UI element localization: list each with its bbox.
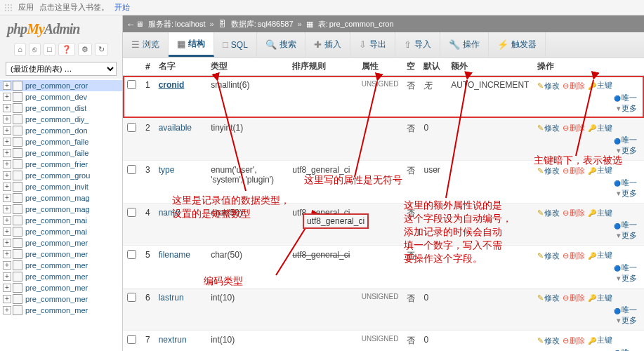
row-checkbox[interactable] xyxy=(127,80,136,89)
delete-link[interactable]: 删除 xyxy=(563,251,585,261)
col-extra[interactable]: 额外 xyxy=(447,58,533,76)
edit-link[interactable]: 修改 xyxy=(537,208,560,218)
edit-link[interactable]: 修改 xyxy=(537,166,560,176)
recent-tables-select[interactable]: (最近使用的表) … xyxy=(6,62,117,76)
primary-key-link[interactable]: 主键 xyxy=(588,208,612,218)
logout-icon[interactable]: ⎋ xyxy=(29,43,41,56)
row-checkbox[interactable] xyxy=(127,208,136,217)
crumb-database[interactable]: sql486587 xyxy=(258,20,294,28)
tree-item[interactable]: +pre_common_don xyxy=(0,125,122,136)
expand-icon[interactable]: + xyxy=(3,306,11,314)
more-link[interactable]: 更多 xyxy=(617,103,637,114)
tab-结构[interactable]: ▦结构 xyxy=(169,32,214,57)
more-link[interactable]: 更多 xyxy=(617,315,637,326)
edit-link[interactable]: 修改 xyxy=(537,81,560,91)
tree-item[interactable]: +pre_common_grou xyxy=(0,170,122,181)
field-name[interactable]: name xyxy=(155,203,207,246)
primary-key-link[interactable]: 主键 xyxy=(588,250,612,260)
tree-item[interactable]: +pre_common_mai xyxy=(0,226,122,237)
col-num[interactable]: # xyxy=(140,58,155,76)
col-collation[interactable]: 排序规则 xyxy=(288,58,357,76)
delete-link[interactable]: 删除 xyxy=(563,293,585,303)
more-link[interactable]: 更多 xyxy=(617,273,637,284)
tree-item[interactable]: +pre_common_cror xyxy=(0,80,122,91)
delete-link[interactable]: 删除 xyxy=(563,208,585,218)
expand-icon[interactable]: + xyxy=(3,93,11,101)
crumb-server[interactable]: localhost xyxy=(175,20,205,28)
row-checkbox[interactable] xyxy=(127,293,136,302)
unique-link[interactable]: 唯一 xyxy=(614,347,637,352)
primary-key-link[interactable]: 主键 xyxy=(588,335,612,345)
primary-key-link[interactable]: 主键 xyxy=(588,80,612,91)
expand-icon[interactable]: + xyxy=(3,138,11,146)
expand-icon[interactable]: + xyxy=(3,261,11,270)
tree-item[interactable]: +pre_common_frier xyxy=(0,159,122,170)
tab-插入[interactable]: ✚插入 xyxy=(305,32,350,57)
app-logo[interactable]: phpMyAdmin xyxy=(0,15,122,40)
tree-item[interactable]: +pre_common_faile xyxy=(0,147,122,159)
primary-key-link[interactable]: 主键 xyxy=(588,165,612,176)
tree-item[interactable]: +pre_common_mer xyxy=(0,271,122,282)
docs-icon[interactable]: ❓ xyxy=(58,43,75,56)
field-name[interactable]: type xyxy=(155,161,207,204)
delete-link[interactable]: 删除 xyxy=(563,166,585,176)
tab-导入[interactable]: ⇧导入 xyxy=(395,32,440,57)
delete-link[interactable]: 删除 xyxy=(563,123,585,133)
expand-icon[interactable]: + xyxy=(3,194,11,202)
unique-link[interactable]: 唯一 xyxy=(614,263,637,273)
expand-icon[interactable]: + xyxy=(3,295,11,303)
tree-item[interactable]: +pre_common_mag xyxy=(0,192,122,204)
tree-item[interactable]: +pre_common_mer xyxy=(0,305,122,316)
tree-item[interactable]: +pre_common_invit xyxy=(0,181,122,192)
tree-item[interactable]: +pre_common_mer xyxy=(0,237,122,249)
more-link[interactable]: 更多 xyxy=(617,145,637,156)
unique-link[interactable]: 唯一 xyxy=(614,220,637,230)
reload-icon[interactable]: ↻ xyxy=(95,43,108,56)
row-checkbox[interactable] xyxy=(127,335,136,344)
tree-item[interactable]: +pre_common_mai xyxy=(0,215,122,226)
tree-item[interactable]: +pre_common_mer xyxy=(0,282,122,293)
expand-icon[interactable]: + xyxy=(3,149,11,157)
expand-icon[interactable]: + xyxy=(3,239,11,247)
tree-item[interactable]: +pre_common_dev xyxy=(0,91,122,102)
expand-icon[interactable]: + xyxy=(3,115,11,124)
row-checkbox[interactable] xyxy=(127,123,136,132)
expand-icon[interactable]: + xyxy=(3,171,11,180)
tab-搜索[interactable]: 🔍搜索 xyxy=(257,32,305,57)
tab-SQL[interactable]: □SQL xyxy=(214,32,257,57)
expand-icon[interactable]: + xyxy=(3,81,11,90)
tree-item[interactable]: +pre_common_faile xyxy=(0,136,122,147)
edit-link[interactable]: 修改 xyxy=(537,251,560,261)
tab-导出[interactable]: ⇩导出 xyxy=(350,32,395,57)
tree-item[interactable]: +pre_common_mer xyxy=(0,293,122,305)
expand-icon[interactable]: + xyxy=(3,205,11,213)
collapse-sidebar-button[interactable]: ← xyxy=(126,19,136,29)
primary-key-link[interactable]: 主键 xyxy=(588,123,612,133)
col-type[interactable]: 类型 xyxy=(206,58,288,76)
more-link[interactable]: 更多 xyxy=(617,230,637,241)
row-checkbox[interactable] xyxy=(127,165,136,174)
tab-触发器[interactable]: ⚡触发器 xyxy=(489,32,546,57)
tree-item[interactable]: +pre_common_dist xyxy=(0,102,122,114)
expand-icon[interactable]: + xyxy=(3,284,11,292)
expand-icon[interactable]: + xyxy=(3,126,11,135)
field-name[interactable]: filename xyxy=(155,246,207,289)
delete-link[interactable]: 删除 xyxy=(563,81,585,91)
settings-icon[interactable]: ⚙ xyxy=(78,43,92,56)
tree-item[interactable]: +pre_common_diy_ xyxy=(0,114,122,125)
tree-item[interactable]: +pre_common_mag xyxy=(0,204,122,215)
delete-link[interactable]: 删除 xyxy=(563,336,585,346)
sql-icon[interactable]: □ xyxy=(44,43,55,56)
edit-link[interactable]: 修改 xyxy=(537,336,560,346)
expand-icon[interactable]: + xyxy=(3,227,11,236)
expand-icon[interactable]: + xyxy=(3,272,11,281)
expand-icon[interactable]: + xyxy=(3,104,11,112)
row-checkbox[interactable] xyxy=(127,250,136,259)
unique-link[interactable]: 唯一 xyxy=(614,178,637,188)
field-name[interactable]: lastrun xyxy=(155,288,207,331)
more-link[interactable]: 更多 xyxy=(617,188,637,199)
col-attr[interactable]: 属性 xyxy=(357,58,403,76)
unique-link[interactable]: 唯一 xyxy=(614,135,637,145)
field-name[interactable]: cronid xyxy=(155,76,207,119)
tree-item[interactable]: +pre_common_mer xyxy=(0,249,122,260)
